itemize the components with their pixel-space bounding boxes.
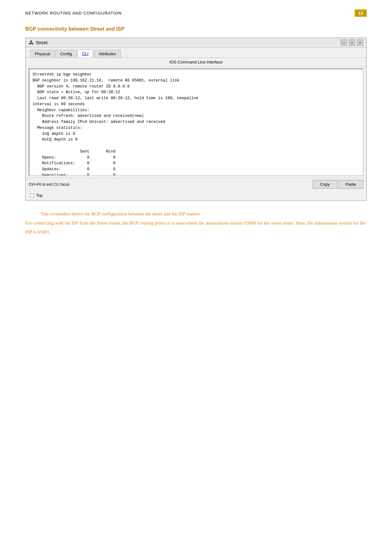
tabs-bar: Physical Config CLI Attributes xyxy=(26,48,366,58)
ios-cli-label: IOS Command Line Interface xyxy=(26,58,366,67)
top-checkbox[interactable] xyxy=(30,193,34,197)
window-controls[interactable]: — □ × xyxy=(341,39,363,46)
action-buttons: Copy Paste xyxy=(313,180,363,189)
minimize-button[interactable]: — xyxy=(341,39,347,46)
tab-config[interactable]: Config xyxy=(55,50,77,57)
top-checkbox-row: Top xyxy=(26,190,366,200)
top-checkbox-label: Top xyxy=(36,193,43,198)
copy-button[interactable]: Copy xyxy=(313,180,337,189)
tab-attributes[interactable]: Attributes xyxy=(94,50,121,57)
body-paragraph-2: For connecting with the ISP from the Str… xyxy=(25,219,367,237)
terminal-area[interactable]: Street#sh ip bgp neighbor BGP neighbor i… xyxy=(29,69,363,176)
page-number: 12 xyxy=(355,9,367,17)
window-title-text: Street xyxy=(36,40,47,45)
ctrl-hint: Ctrl+F6 to exit CLI focus xyxy=(29,182,69,187)
window-title-area: 🖧 Street xyxy=(29,40,47,45)
maximize-button[interactable]: □ xyxy=(349,39,355,46)
tab-cli[interactable]: CLI xyxy=(77,50,93,57)
paste-button[interactable]: Paste xyxy=(338,180,363,189)
tab-physical[interactable]: Physical xyxy=(30,50,55,57)
page-title: NETWORK ROUTING AND CONFIGURATION xyxy=(25,11,122,15)
window-titlebar: 🖧 Street — □ × xyxy=(26,38,366,48)
section-heading: BGP connectivity between Street and ISP xyxy=(25,26,367,32)
page-header: NETWORK ROUTING AND CONFIGURATION 12 xyxy=(25,9,367,17)
window-bottom-bar: Ctrl+F6 to exit CLI focus Copy Paste xyxy=(26,178,366,190)
street-window: 🖧 Street — □ × Physical Config CLI Attri… xyxy=(25,38,367,201)
window-app-icon: 🖧 xyxy=(29,40,34,45)
close-button[interactable]: × xyxy=(357,39,363,46)
body-paragraph-1: This screenshot shows the BGP configurat… xyxy=(25,209,367,219)
